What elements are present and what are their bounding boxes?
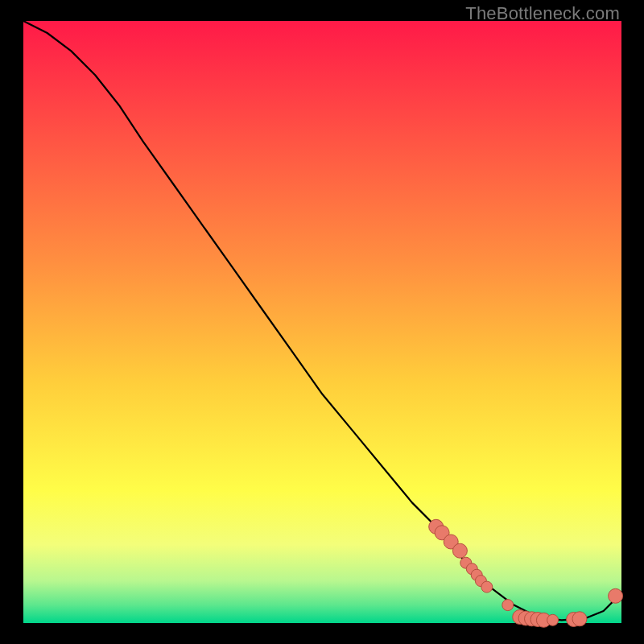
data-marker <box>547 614 559 625</box>
data-marker <box>481 581 493 592</box>
gradient-plot-area <box>23 21 621 623</box>
data-marker <box>609 588 623 603</box>
curve-layer <box>23 21 621 623</box>
data-marker <box>572 612 587 626</box>
chart-stage: TheBottleneck.com <box>0 0 644 644</box>
data-marker <box>452 543 467 558</box>
marker-layer <box>429 519 623 627</box>
main-curve <box>23 21 621 620</box>
data-marker <box>502 600 514 611</box>
